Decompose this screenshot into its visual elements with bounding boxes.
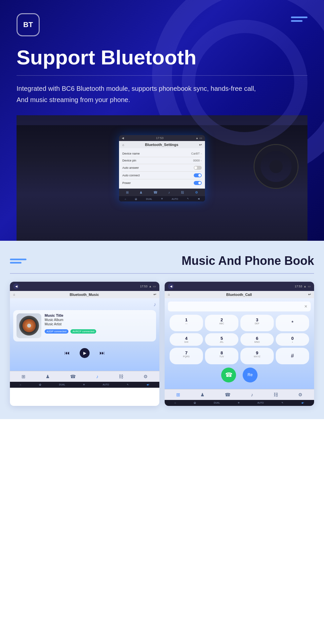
auto-connect-toggle[interactable] [194,173,202,177]
nav-home-icon[interactable]: ⊞ [21,374,25,379]
hero-description: Integrated with BC6 Bluetooth module, su… [17,83,307,105]
next-track-btn[interactable]: ⏭ [100,350,105,356]
nav-phone-icon[interactable]: ☎ [70,374,76,379]
call-input-row: ✕ [168,302,311,311]
call-home-icon[interactable]: ⌂ [168,293,170,296]
avrcp-badge: AVRCP connected [70,329,96,334]
hero-section: BT Support Bluetooth Integrated with BC6… [0,0,324,241]
dial-1[interactable]: 1 — [170,315,203,331]
bottom-section: Music And Phone Book ◀ 17:53 ▲ ▭ ⌂ Bluet… [0,241,324,419]
dial-0[interactable]: 0 • [276,333,309,346]
music-home-icon[interactable]: ⌂ [13,293,15,296]
play-btn[interactable]: ▶ [80,348,90,358]
call-nav-bar: ⊞ ♟ ☎ ♪ ⛓ ⚙ [165,389,314,400]
nav-person-icon[interactable]: ♟ [46,374,50,379]
call-screen: ◀ 17:53 ▲ ▭ ⌂ Bluetooth_Call ↩ ✕ [165,282,314,406]
music-screen: ◀ 17:53 ▲ ▭ ⌂ Bluetooth_Music ↩ ♪ [10,282,159,406]
a2dp-badge: A2DP connected [45,329,68,334]
call-nav-person[interactable]: ♟ [200,392,205,397]
music-album: Music Album [45,318,153,322]
dial-8[interactable]: 8 TUV [205,348,238,364]
album-art [17,313,41,338]
call-actions: ☎ Re [168,364,311,386]
music-controls: ⏮ ▶ ⏭ [13,345,156,361]
dial-hash[interactable]: # [276,348,309,364]
call-nav-music[interactable]: ♪ [251,392,253,397]
call-clear-btn[interactable]: ✕ [304,304,307,309]
prev-track-btn[interactable]: ⏮ [64,350,70,356]
call-bottom-bar: ⌂⏻DUAL❄ AUTO↰◀+ [165,400,314,406]
music-bottom-bar: ⌂⏻DUAL❄ AUTO↰◀+ [10,382,159,388]
nav-settings-icon[interactable]: ⚙ [143,374,148,379]
album-disc [19,316,39,336]
device-pin-row: Device pin 0000 › [122,157,202,164]
music-artist: Music Artist [45,322,153,326]
bottom-title: Music And Phone Book [182,254,314,268]
music-screen-title: Bluetooth_Music [70,293,99,297]
bottom-divider [10,273,314,274]
call-nav-phone[interactable]: ☎ [225,392,230,397]
power-toggle[interactable] [194,181,202,185]
steering-wheel [255,145,298,188]
dial-star[interactable]: * [276,315,309,331]
dialpad: 1 — 2 ABC 3 DEF * 4 [168,315,311,364]
call-nav-link[interactable]: ⛓ [273,392,278,397]
redial-btn[interactable]: Re [243,368,258,382]
answer-btn[interactable]: ☎ [221,368,236,382]
car-center-screen: ◀ 17:53 ▲ ▭ ⌂ Bluetooth_Settings ↩ Devic… [119,135,205,201]
call-screen-title: Bluetooth_Call [226,293,252,297]
call-nav-home[interactable]: ⊞ [176,392,180,397]
nav-link-icon[interactable]: ⛓ [119,374,123,379]
dial-6[interactable]: 6 MNO [240,333,274,346]
dial-4[interactable]: 4 GHI [170,333,203,346]
music-card: Music Title Music Album Music Artist A2D… [13,310,156,341]
car-image-area: ◀ 17:53 ▲ ▭ ⌂ Bluetooth_Settings ↩ Devic… [17,115,307,241]
music-back-btn[interactable]: ◀ [13,283,19,289]
call-back-btn[interactable]: ◀ [168,283,174,289]
dial-3[interactable]: 3 DEF [240,315,274,331]
hero-divider [17,75,307,76]
hero-title: Support Bluetooth [17,46,307,69]
music-screen-back[interactable]: ↩ [153,293,156,296]
auto-connect-row: Auto connect [122,172,202,179]
music-note-icon: ♪ [153,302,156,307]
hamburger-menu[interactable] [291,13,307,22]
dial-5[interactable]: 5 JKL [205,333,238,346]
dial-9[interactable]: 9 WXYZ [240,348,274,364]
call-screen-back[interactable]: ↩ [308,293,311,296]
nav-music-icon[interactable]: ♪ [96,374,99,379]
device-name-row: Device name CarBT › [122,150,202,157]
auto-answer-row: Auto answer [122,164,202,172]
music-title: Music Title [45,313,153,317]
auto-answer-toggle[interactable] [194,166,202,170]
power-row: Power [122,179,202,187]
dial-7[interactable]: 7 PQRS [170,348,203,364]
bottom-hamburger[interactable] [10,259,26,264]
screens-row: ◀ 17:53 ▲ ▭ ⌂ Bluetooth_Music ↩ ♪ [10,282,314,406]
music-info: Music Title Music Album Music Artist A2D… [45,313,153,334]
call-nav-settings[interactable]: ⚙ [298,392,303,397]
dial-2[interactable]: 2 ABC [205,315,238,331]
music-nav-bar: ⊞ ♟ ☎ ♪ ⛓ ⚙ [10,371,159,382]
bt-logo: BT [17,13,40,36]
